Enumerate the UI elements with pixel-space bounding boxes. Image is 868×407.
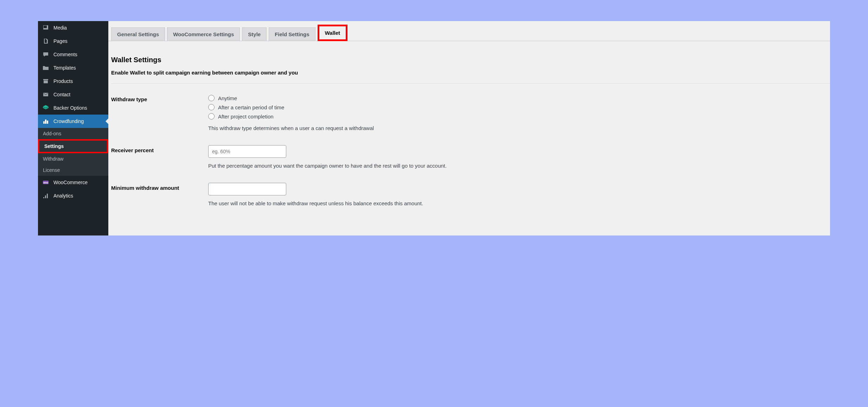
sidebar-item-pages[interactable]: Pages <box>38 34 108 48</box>
help-min-withdraw: The user will not be able to make withdr… <box>208 200 830 206</box>
row-min-withdraw: Minimum withdraw amount The user will no… <box>111 183 830 206</box>
row-withdraw-type: Withdraw type Anytime After a certain pe… <box>111 94 830 131</box>
radio-label: Anytime <box>218 95 237 101</box>
tab-general[interactable]: General Settings <box>111 27 165 41</box>
sidebar-item-contact[interactable]: Contact <box>38 88 108 101</box>
tab-field-settings[interactable]: Field Settings <box>269 27 315 41</box>
tab-style[interactable]: Style <box>242 27 267 41</box>
submenu-settings[interactable]: Settings <box>38 139 108 153</box>
sidebar-label: Templates <box>53 65 76 71</box>
submenu-addons[interactable]: Add-ons <box>38 128 108 139</box>
label-receiver-percent: Receiver percent <box>111 145 208 153</box>
crowdfunding-icon <box>42 118 49 125</box>
sidebar-item-crowdfunding[interactable]: Crowdfunding <box>38 115 108 128</box>
section-title: Wallet Settings <box>111 56 830 64</box>
sidebar-item-templates[interactable]: Templates <box>38 61 108 75</box>
radio-after-completion-input[interactable] <box>208 113 215 119</box>
sidebar-item-products[interactable]: Products <box>38 75 108 88</box>
input-receiver-percent[interactable] <box>208 145 286 158</box>
comments-icon <box>42 51 49 58</box>
admin-window: Media Pages Comments Templates Products <box>38 21 830 235</box>
radio-label: After a certain period of time <box>218 104 284 110</box>
label-withdraw-type: Withdraw type <box>111 94 208 102</box>
sidebar-item-woocommerce[interactable]: woo WooCommerce <box>38 176 108 189</box>
media-icon <box>42 24 49 31</box>
field-withdraw-type: Anytime After a certain period of time A… <box>208 94 830 131</box>
radio-anytime[interactable]: Anytime <box>208 94 830 102</box>
sidebar-label: Crowdfunding <box>53 118 84 124</box>
analytics-icon <box>42 192 49 199</box>
sidebar-item-comments[interactable]: Comments <box>38 48 108 61</box>
sidebar-label: Pages <box>53 38 68 44</box>
sidebar-label: Media <box>53 25 67 31</box>
radio-after-completion[interactable]: After project completion <box>208 112 830 120</box>
radio-anytime-input[interactable] <box>208 95 215 101</box>
submenu-withdraw[interactable]: Withdraw <box>38 153 108 164</box>
archive-icon <box>42 78 49 85</box>
backer-icon <box>42 104 49 111</box>
field-receiver-percent: Put the percentage amount you want the c… <box>208 145 830 169</box>
radio-after-period[interactable]: After a certain period of time <box>208 103 830 111</box>
help-receiver-percent: Put the percentage amount you want the c… <box>208 163 830 169</box>
label-min-withdraw: Minimum withdraw amount <box>111 183 208 191</box>
sidebar-label: Analytics <box>53 193 73 199</box>
sidebar-item-analytics[interactable]: Analytics <box>38 189 108 202</box>
content-body: Wallet Settings Enable Wallet to split c… <box>108 41 830 227</box>
pages-icon <box>42 38 49 45</box>
svg-text:woo: woo <box>43 181 48 184</box>
help-withdraw-type: This withdraw type determines when a use… <box>208 125 830 131</box>
sidebar-label: Contact <box>53 92 70 97</box>
field-min-withdraw: The user will not be able to make withdr… <box>208 183 830 206</box>
sidebar-label: Backer Options <box>53 105 87 111</box>
sidebar-label: WooCommerce <box>53 180 88 185</box>
sidebar-item-backer[interactable]: Backer Options <box>38 101 108 115</box>
content-area: General Settings WooCommerce Settings St… <box>108 21 830 235</box>
sidebar-item-media[interactable]: Media <box>38 21 108 34</box>
form-table: Withdraw type Anytime After a certain pe… <box>111 94 830 206</box>
radio-label: After project completion <box>218 114 274 119</box>
folder-icon <box>42 64 49 71</box>
mail-icon <box>42 91 49 98</box>
settings-tabs: General Settings WooCommerce Settings St… <box>108 21 830 41</box>
row-receiver-percent: Receiver percent Put the percentage amou… <box>111 145 830 169</box>
sidebar: Media Pages Comments Templates Products <box>38 21 108 235</box>
submenu-license[interactable]: License <box>38 164 108 176</box>
sidebar-label: Comments <box>53 52 77 57</box>
radio-after-period-input[interactable] <box>208 104 215 110</box>
section-description: Enable Wallet to split campaign earning … <box>111 70 830 84</box>
sidebar-submenu: Add-ons Settings Withdraw License <box>38 128 108 176</box>
input-min-withdraw[interactable] <box>208 183 286 195</box>
tab-woocommerce[interactable]: WooCommerce Settings <box>167 27 240 41</box>
tab-wallet[interactable]: Wallet <box>318 25 348 41</box>
sidebar-label: Products <box>53 78 73 84</box>
woocommerce-icon: woo <box>42 179 49 186</box>
